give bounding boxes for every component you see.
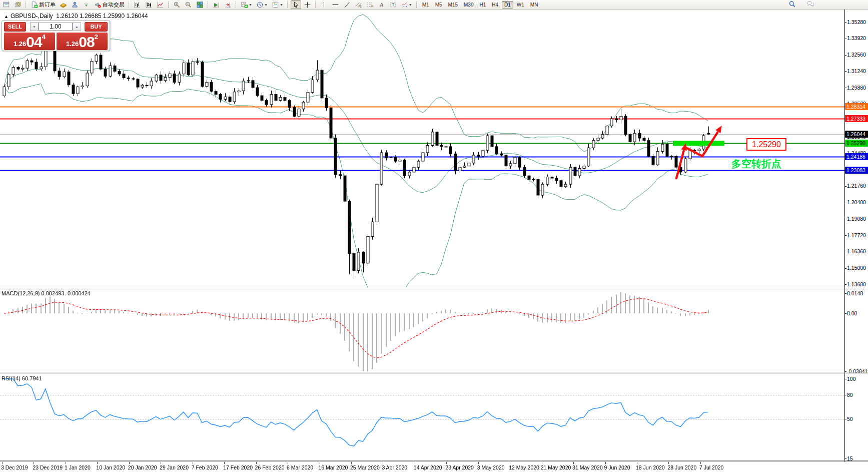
volume-up-button[interactable]: ▲ xyxy=(73,22,81,31)
date-tick-label: 10 Jan 2020 xyxy=(96,464,125,470)
rsi-tick-mark xyxy=(844,419,846,419)
date-tick-mark xyxy=(415,462,415,464)
cursor-button[interactable] xyxy=(291,0,301,9)
timeframe-m1-button[interactable]: M1 xyxy=(420,1,432,9)
price-tick-label: 1.35280 xyxy=(847,19,866,25)
date-tick-mark xyxy=(193,462,193,464)
timeframe-h4-button[interactable]: H4 xyxy=(489,1,501,9)
price-tick-label: 1.21760 xyxy=(847,183,866,189)
chat-icon xyxy=(806,1,814,8)
buy-button[interactable]: BUY xyxy=(85,22,108,32)
date-tick-label: 23 Apr 2020 xyxy=(445,464,474,470)
date-tick-label: 16 Mar 2020 xyxy=(319,464,348,470)
date-tick-label: 31 May 2020 xyxy=(572,464,603,470)
zoom-out-button[interactable] xyxy=(183,0,194,9)
chart-shift-button[interactable] xyxy=(223,0,233,9)
date-tick-label: 20 Jan 2020 xyxy=(128,464,157,470)
chevron-down-icon[interactable]: ▼ xyxy=(264,3,268,7)
pivot-note-text[interactable]: 多空转折点 xyxy=(731,157,781,171)
fibonacci-button[interactable]: F xyxy=(365,0,375,9)
macd-values: 0.002493 -0.000424 xyxy=(41,290,90,296)
svg-text:F: F xyxy=(371,5,373,8)
line-chart-icon xyxy=(157,1,164,9)
horizontal-line-button[interactable] xyxy=(330,0,341,9)
line-chart-button[interactable] xyxy=(155,0,166,9)
templates-button[interactable]: ▼ xyxy=(270,0,285,9)
trend-line-button[interactable] xyxy=(342,0,352,9)
profiles-button[interactable] xyxy=(13,0,23,9)
tile-windows-button[interactable] xyxy=(195,0,205,9)
one-click-trading-widget: SELL ▼ ▲ BUY 1.26044 1.26082 xyxy=(2,20,110,51)
algo-trading-button[interactable]: 自动交易 xyxy=(93,0,126,9)
chevron-down-icon[interactable]: ▼ xyxy=(249,3,252,7)
toolbar-separator xyxy=(26,2,27,8)
buy-price-big: 08 xyxy=(79,35,94,49)
timeframe-w1-button[interactable]: W1 xyxy=(514,1,527,9)
community-button[interactable] xyxy=(70,0,80,9)
chevron-down-icon[interactable]: ▼ xyxy=(409,3,412,7)
periods-button[interactable]: ▼ xyxy=(255,0,269,9)
timeframe-m5-button[interactable]: M5 xyxy=(433,1,445,9)
buy-price-panel[interactable]: 1.26082 xyxy=(57,33,108,50)
panel-separator[interactable] xyxy=(0,461,868,462)
styler-button[interactable] xyxy=(58,0,69,9)
price-tick-label: 1.13680 xyxy=(847,281,866,287)
auto-scroll-icon xyxy=(213,1,220,9)
panel-separator[interactable] xyxy=(0,289,868,289)
algo-trading-icon xyxy=(94,1,102,9)
objects-collapse-icon[interactable]: ▲ xyxy=(4,14,9,19)
vertical-line-button[interactable] xyxy=(319,0,329,9)
new-order-button[interactable]: 新订单 xyxy=(29,0,57,9)
equidistant-channel-button[interactable]: E xyxy=(353,0,364,9)
text-button[interactable]: A xyxy=(376,0,387,9)
main-toolbar: 新订单自动交易▼▼▼EFAT▼M1M5M15M30H1H4D1W1MN xyxy=(0,0,868,10)
styler-icon xyxy=(60,1,67,9)
timeframe-m15-button[interactable]: M15 xyxy=(446,1,460,9)
bars-chart-button[interactable] xyxy=(132,0,143,9)
panel-separator[interactable] xyxy=(0,373,868,373)
date-tick-label: 25 Mar 2020 xyxy=(350,464,380,470)
arrows-objects-button[interactable]: ▼ xyxy=(399,0,414,9)
date-tick-label: 6 Mar 2020 xyxy=(287,464,313,470)
macd-tick-mark xyxy=(844,313,846,314)
auto-scroll-button[interactable] xyxy=(211,0,222,9)
price-chart-canvas[interactable] xyxy=(0,0,844,472)
indicators-button[interactable]: ▼ xyxy=(239,0,254,9)
timeframe-d1-button[interactable]: D1 xyxy=(502,1,513,9)
price-tick-label: 1.33920 xyxy=(847,35,866,41)
toolbar-separator xyxy=(287,2,288,8)
chat-button[interactable] xyxy=(805,0,815,9)
price-tick-label: 1.29880 xyxy=(847,85,866,91)
crosshair-button[interactable] xyxy=(302,0,313,9)
timeframe-m30-button[interactable]: M30 xyxy=(461,1,476,9)
panel-separator[interactable] xyxy=(0,288,868,288)
zoom-in-button[interactable] xyxy=(172,0,182,9)
toolbar-separator xyxy=(129,2,130,8)
panel-separator[interactable] xyxy=(0,460,868,461)
trend-line-icon xyxy=(343,1,351,9)
volume-input[interactable] xyxy=(39,23,73,31)
sell-button[interactable]: SELL xyxy=(4,22,26,32)
date-tick-label: 7 Feb 2020 xyxy=(192,464,218,470)
search-button[interactable] xyxy=(787,0,797,9)
date-tick-mark xyxy=(542,462,542,464)
text-label-button[interactable]: T xyxy=(388,0,398,9)
price-tick-mark xyxy=(844,235,846,236)
price-tag-label[interactable]: 1.25290 xyxy=(746,138,786,151)
new-chart-button[interactable] xyxy=(1,0,12,9)
fibonacci-icon: F xyxy=(366,1,374,9)
volume-down-button[interactable]: ▼ xyxy=(30,22,39,31)
timeframe-mn-button[interactable]: MN xyxy=(528,1,541,9)
toolbar-separator xyxy=(208,2,209,8)
date-tick-label: 7 Jul 2020 xyxy=(699,464,723,470)
candles-chart-button[interactable] xyxy=(144,0,154,9)
signals-button[interactable] xyxy=(81,0,92,9)
chevron-down-icon[interactable]: ▼ xyxy=(280,3,283,7)
buy-price-pip: 2 xyxy=(95,34,98,40)
support-upper-price-badge: 1.24186 xyxy=(845,153,868,160)
price-tick-mark xyxy=(844,71,846,72)
panel-separator[interactable] xyxy=(0,372,868,372)
sell-price-panel[interactable]: 1.26044 xyxy=(4,33,55,50)
timeframe-h1-button[interactable]: H1 xyxy=(477,1,488,9)
price-tick-label: 1.17720 xyxy=(847,232,866,238)
